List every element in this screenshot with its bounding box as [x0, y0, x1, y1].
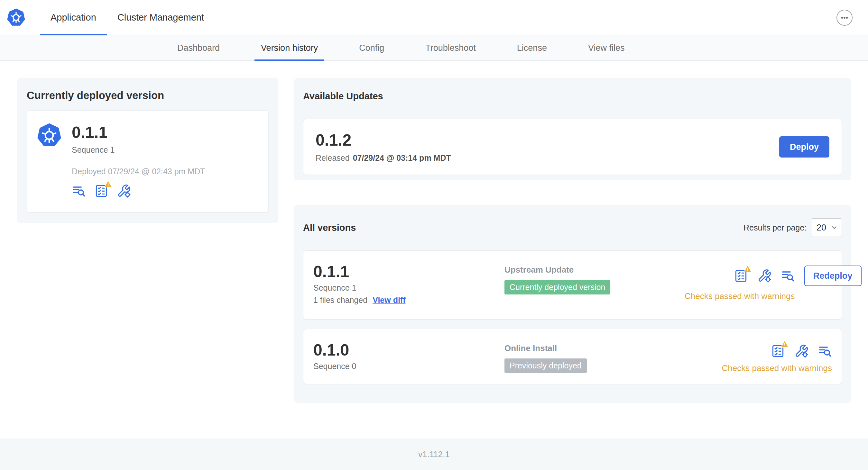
more-menu-button[interactable] — [836, 10, 852, 26]
current-version-deployed-date: Deployed 07/29/24 @ 02:43 pm MDT — [72, 167, 257, 176]
version-row-0-1-0: 0.1.0 Sequence 0 Online Install Previous… — [303, 329, 842, 384]
left-column: Currently deployed version — [17, 78, 278, 223]
results-per-page-value: 20 — [816, 223, 826, 233]
released-label: Released — [316, 153, 350, 162]
status-badge: Currently deployed version — [504, 280, 610, 295]
view-logs-icon[interactable] — [72, 184, 86, 198]
available-updates-card: Available Updates 0.1.2 Released07/29/24… — [294, 78, 851, 180]
view-logs-icon[interactable] — [818, 344, 832, 358]
view-diff-link[interactable]: View diff — [373, 296, 405, 305]
currently-deployed-card: Currently deployed version — [17, 78, 278, 223]
version-info: 0.1.1 Sequence 1 1 files changed View di… — [313, 263, 504, 305]
preflight-checks-icon[interactable] — [94, 184, 108, 198]
warning-triangle-icon — [780, 340, 789, 348]
all-versions-card: All versions Results per page: 20 0.1.1 … — [294, 205, 851, 403]
update-version-number: 0.1.2 — [316, 132, 451, 149]
preflight-checks-icon[interactable] — [771, 344, 785, 358]
console-version: v1.112.1 — [418, 449, 450, 459]
files-changed-text: 1 files changed — [313, 296, 367, 305]
source-type-label: Upstream Update — [504, 265, 685, 275]
version-action-icons — [734, 269, 795, 283]
top-navbar: Application Cluster Management — [0, 0, 868, 35]
status-badge: Previously deployed — [504, 359, 587, 373]
released-date: 07/29/24 @ 03:14 pm MDT — [353, 153, 451, 162]
available-updates-title: Available Updates — [303, 90, 842, 103]
update-info: 0.1.2 Released07/29/24 @ 03:14 pm MDT — [316, 132, 451, 163]
view-logs-icon[interactable] — [781, 269, 795, 283]
results-per-page-select[interactable]: 20 — [811, 218, 842, 237]
config-tools-icon[interactable] — [757, 269, 772, 283]
update-released-line: Released07/29/24 @ 03:14 pm MDT — [316, 153, 451, 163]
version-action-icons — [771, 344, 832, 358]
right-column: Available Updates 0.1.2 Released07/29/24… — [294, 78, 851, 403]
checks-status-text[interactable]: Checks passed with warnings — [722, 363, 832, 373]
tab-application[interactable]: Application — [40, 0, 107, 35]
version-info: 0.1.0 Sequence 0 — [313, 341, 504, 371]
current-version-sequence: Sequence 1 — [72, 145, 257, 155]
version-source: Online Install Previously deployed — [504, 341, 685, 373]
kubernetes-logo-icon — [6, 8, 26, 27]
currently-deployed-title: Currently deployed version — [27, 89, 269, 103]
warning-triangle-icon — [743, 265, 752, 273]
warning-triangle-icon — [104, 180, 112, 188]
preflight-checks-icon[interactable] — [734, 269, 748, 283]
main-content: Currently deployed version — [0, 61, 868, 403]
all-versions-title: All versions — [303, 223, 356, 233]
results-per-page-label: Results per page: — [743, 223, 807, 232]
results-per-page: Results per page: 20 — [743, 218, 842, 237]
version-actions: Redeploy Checks passed with warnings — [685, 266, 862, 301]
current-version-actions — [72, 184, 257, 198]
app-footer: v1.112.1 — [0, 438, 868, 470]
kubernetes-app-icon — [36, 123, 62, 148]
version-number: 0.1.1 — [313, 263, 504, 280]
subnav-item-troubleshoot[interactable]: Troubleshoot — [419, 35, 482, 61]
version-number: 0.1.0 — [313, 341, 504, 359]
subnav-item-version-history[interactable]: Version history — [254, 35, 324, 61]
available-update-row: 0.1.2 Released07/29/24 @ 03:14 pm MDT De… — [303, 119, 842, 175]
all-versions-header: All versions Results per page: 20 — [303, 218, 842, 237]
version-row-0-1-1: 0.1.1 Sequence 1 1 files changed View di… — [303, 250, 842, 320]
version-sequence: Sequence 0 — [313, 362, 504, 371]
version-sequence: Sequence 1 — [313, 283, 504, 293]
primary-tabs: Application Cluster Management — [40, 0, 215, 35]
current-version-box: 0.1.1 Sequence 1 Deployed 07/29/24 @ 02:… — [27, 110, 269, 212]
subnav-item-dashboard[interactable]: Dashboard — [171, 35, 226, 61]
config-tools-icon[interactable] — [117, 184, 131, 198]
redeploy-button[interactable]: Redeploy — [804, 266, 862, 286]
checks-status-text[interactable]: Checks passed with warnings — [685, 291, 795, 301]
ellipsis-icon — [840, 13, 849, 23]
deploy-button[interactable]: Deploy — [779, 136, 829, 158]
files-changed-line: 1 files changed View diff — [313, 296, 504, 305]
chevron-down-icon — [831, 224, 838, 231]
current-version-number: 0.1.1 — [72, 124, 257, 141]
tab-cluster-management[interactable]: Cluster Management — [107, 0, 215, 35]
app-subnav: Dashboard Version history Config Trouble… — [0, 35, 868, 61]
subnav-item-view-files[interactable]: View files — [582, 35, 631, 61]
config-tools-icon[interactable] — [794, 344, 808, 358]
version-actions: Checks passed with warnings — [722, 344, 832, 373]
source-type-label: Online Install — [504, 343, 685, 353]
subnav-item-config[interactable]: Config — [352, 35, 391, 61]
subnav-item-license[interactable]: License — [510, 35, 553, 61]
version-source: Upstream Update Currently deployed versi… — [504, 263, 685, 295]
